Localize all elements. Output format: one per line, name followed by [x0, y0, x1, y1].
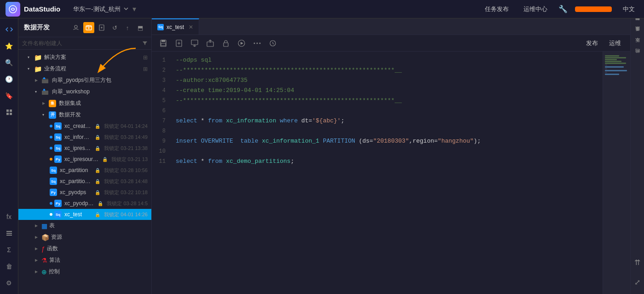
right-panel-collapse-icon[interactable]: ⇈: [634, 258, 640, 267]
tree-item-workflow[interactable]: ▾ 📁 业务流程 ⊞: [18, 63, 151, 75]
file-search-input[interactable]: [22, 40, 139, 46]
tree-item-xc-odps[interactable]: ▶ 向翠_pyodps引用三方包: [18, 75, 151, 86]
tab-label-xc-test: xc_test: [167, 24, 184, 30]
tree-label-xc-pyodps: xc_pyodps: [60, 189, 93, 196]
right-panel-expand-icon[interactable]: ⤢: [634, 278, 640, 287]
toolbar-more-btn[interactable]: [251, 37, 263, 49]
user-action-btn[interactable]: [70, 22, 81, 33]
line-numbers: 1 2 3 4 5 6 7 8 9 10 11: [152, 52, 170, 294]
tree-item-xc-pyodps[interactable]: Py xc_pyodps 🔒 我锁定 03-22 10:18: [18, 187, 151, 198]
tree-item-xc-createtable[interactable]: Sq xc_createtable 🔒 我锁定 04-01 14:24: [18, 121, 151, 132]
region-label: 华东一-测试_杭州: [73, 5, 121, 13]
tree-item-algorithm[interactable]: ▶ ⚗ 算法: [18, 254, 151, 266]
sidebar-icon-function[interactable]: fx: [2, 209, 17, 224]
svg-rect-7: [6, 235, 12, 236]
tree-item-function[interactable]: ▶ ƒ 函数: [18, 243, 151, 254]
sql-icon-createtable: Sq: [54, 122, 62, 130]
download-btn[interactable]: ⬒: [135, 22, 146, 33]
sidebar-icon-star[interactable]: ⭐: [2, 39, 17, 53]
nav-actions: 任务发布 运维中心 🔧 中文: [481, 3, 638, 15]
lock-ipresource-pyodps: 🔒: [102, 157, 108, 162]
tree-item-xc-ipresource-pyodps[interactable]: Py xc_ipresource_pyodps 🔒 我锁定 03-21 13: [18, 154, 151, 165]
tree-item-xc-information[interactable]: Sq xc_information 🔒 我锁定 03-28 14:49: [18, 132, 151, 143]
tree-label-xc-pyodps-parameter: xc_pyodps_parameter: [64, 200, 96, 207]
sidebar-icon-sigma[interactable]: Σ: [2, 242, 17, 257]
sql-icon-information: Sq: [54, 133, 62, 141]
file-panel-actions: ↺ ↑ ⬒: [70, 22, 146, 33]
tree-arrow-source: ▶: [35, 235, 40, 239]
tree-item-xc-test[interactable]: Sq xc_test 🔒 我锁定 04-01 14:26: [18, 209, 151, 220]
data-collect-icon: 集: [49, 100, 56, 107]
svg-rect-1: [6, 110, 9, 112]
sidebar-icon-bookmark[interactable]: 🔖: [2, 88, 17, 103]
tree-item-xc-partition[interactable]: Sq xc_partition 🔒 我锁定 03-28 10:56: [18, 165, 151, 176]
toolbar-history-btn[interactable]: [267, 37, 279, 49]
dot-xc-createtable: [50, 125, 52, 127]
right-panel-lineage[interactable]: 血缘关系: [633, 33, 642, 37]
tree-label-table: 表: [49, 222, 148, 230]
refresh-btn[interactable]: ↺: [109, 22, 120, 33]
tree-item-solution[interactable]: ▾ 📁 解决方案 ⊞: [18, 52, 151, 63]
upload-btn[interactable]: ↑: [122, 22, 133, 33]
toolbar-export-btn[interactable]: [204, 37, 216, 49]
sidebar-icon-code[interactable]: [2, 22, 17, 37]
meta-pyodps: 我锁定 03-22 10:18: [104, 189, 148, 196]
right-panel-version[interactable]: 版本: [633, 44, 642, 48]
right-panel-schedule-config[interactable]: 调度配置: [633, 22, 642, 26]
tree-arrow-algorithm: ▶: [35, 258, 40, 262]
sidebar-icon-list[interactable]: [2, 226, 17, 241]
tree-item-xc-workshop[interactable]: ▾ 向翠_workshop: [18, 86, 151, 98]
toolbar-import-btn[interactable]: [189, 37, 201, 49]
right-panel-structure[interactable]: 结构: [633, 55, 642, 59]
filter-icon[interactable]: [142, 40, 148, 46]
sidebar-icon-grid[interactable]: [2, 105, 17, 120]
algorithm-folder-icon: ⚗: [41, 257, 47, 264]
region-selector[interactable]: 华东一-测试_杭州 ▾: [69, 3, 140, 15]
tree-item-xc-ipresource[interactable]: Sq xc_ipresource 🔒 我锁定 03-21 13:38: [18, 143, 151, 154]
editor-toolbar: 发布 运维: [152, 35, 630, 52]
toolbar-publish-label[interactable]: 发布: [582, 38, 602, 49]
nav-publish-button[interactable]: [575, 6, 612, 12]
sidebar-icon-search[interactable]: 🔍: [2, 55, 17, 70]
code-content[interactable]: --odps sql --***************************…: [170, 52, 603, 294]
sidebar-icon-clock[interactable]: 🕐: [2, 72, 17, 86]
sidebar-icon-settings[interactable]: ⚙: [2, 276, 17, 290]
tree-item-xc-partition-test[interactable]: Sq xc_partition_test 🔒 我锁定 03-28 14:48: [18, 176, 151, 187]
dot-xc-information: [50, 136, 52, 138]
code-line-3: --author:xc870647735: [176, 75, 597, 86]
top-nav: DataStudio 华东一-测试_杭州 ▾ 任务发布 运维中心 🔧 中文: [0, 0, 644, 18]
new-folder-btn[interactable]: [83, 22, 94, 33]
tab-close-xc-test[interactable]: ✕: [189, 24, 193, 30]
new-file-btn[interactable]: [96, 22, 107, 33]
nav-task-publish[interactable]: 任务发布: [481, 3, 512, 15]
tree-item-data-collect[interactable]: ▶ 集 数据集成: [18, 98, 151, 109]
toolbar-save-as-btn[interactable]: [173, 37, 185, 49]
tab-xc-test[interactable]: Sq xc_test ✕: [152, 18, 199, 35]
toolbar-ops-label[interactable]: 运维: [605, 38, 625, 49]
tree-item-source[interactable]: ▶ 📦 资源: [18, 231, 151, 243]
folder-solution-icon: 📁: [34, 54, 41, 61]
py-icon-ipresource-pyodps: Py: [54, 156, 62, 163]
nav-language[interactable]: 中文: [619, 3, 638, 15]
tree-label-data-dev: 数据开发: [59, 111, 148, 119]
tree-item-xc-pyodps-parameter[interactable]: Py xc_pyodps_parameter 🔒 我锁定 03-28 14:5: [18, 198, 151, 209]
py-icon-pyodps-parameter: Py: [54, 200, 62, 207]
file-tree: ▾ 📁 解决方案 ⊞ ▾ 📁 业务流程 ⊞ ▶: [18, 50, 151, 294]
dot-xc-ipresource: [50, 147, 52, 150]
toolbar-save-btn[interactable]: [157, 37, 169, 49]
tree-item-control[interactable]: ▶ ⊕ 控制: [18, 266, 151, 277]
nav-settings-icon[interactable]: 🔧: [558, 5, 568, 13]
nav-ops-center[interactable]: 运维中心: [520, 3, 551, 15]
sidebar-icon-trash[interactable]: 🗑: [2, 259, 17, 274]
toolbar-lock-btn[interactable]: [220, 37, 232, 49]
meta-createtable: 我锁定 04-01 14:24: [104, 123, 148, 130]
tree-item-data-dev[interactable]: ▾ 开 数据开发: [18, 109, 151, 121]
sql-icon-partition: Sq: [50, 167, 57, 174]
tree-arrow-data-dev: ▾: [42, 113, 47, 117]
tree-label-xc-workshop: 向翠_workshop: [52, 88, 148, 96]
dot-xc-ipresource-pyodps: [50, 158, 52, 161]
toolbar-run-btn[interactable]: [236, 37, 247, 49]
svg-rect-18: [161, 43, 166, 46]
code-line-6: [176, 106, 597, 116]
tree-item-table[interactable]: ▶ ▦ 表: [18, 220, 151, 231]
